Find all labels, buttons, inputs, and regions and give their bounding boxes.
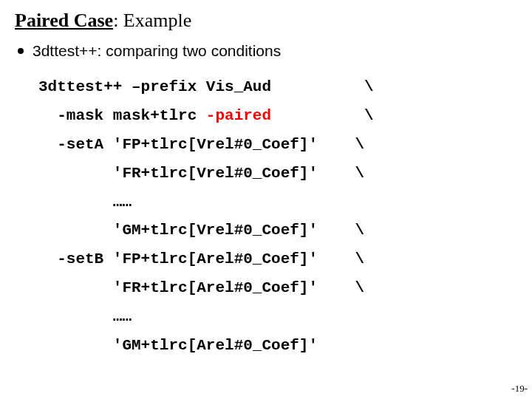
line-continuation: \ (355, 245, 364, 274)
page-number: -19- (511, 383, 528, 395)
code-block: 3dttest++ –prefix Vis_Aud \ -mask mask+t… (38, 73, 517, 360)
code-row: 'FR+tlrc[Arel#0_Coef]' \ (38, 274, 517, 303)
code-text: -setB 'FP+tlrc[Arel#0_Coef]' (38, 245, 355, 274)
line-continuation: \ (355, 160, 364, 188)
code-text: …… (38, 303, 132, 332)
title-underlined: Paired Case (15, 10, 113, 31)
code-row: -setB 'FP+tlrc[Arel#0_Coef]' \ (38, 245, 517, 274)
line-continuation: \ (355, 274, 364, 303)
code-text: …… (38, 188, 132, 217)
slide: Paired Case: Example 3dttest++: comparin… (0, 0, 532, 399)
code-row: 'GM+tlrc[Arel#0_Coef]' (38, 332, 517, 361)
code-text: -mask mask+tlrc (38, 102, 206, 131)
code-text: 'FR+tlrc[Arel#0_Coef]' (38, 274, 355, 303)
bullet-text: 3dttest++: comparing two conditions (33, 42, 281, 60)
code-text: 'FR+tlrc[Vrel#0_Coef]' (38, 160, 355, 188)
code-row: …… (38, 303, 517, 332)
line-continuation: \ (271, 102, 374, 131)
code-row: -mask mask+tlrc -paired \ (38, 102, 517, 131)
code-text: 'GM+tlrc[Arel#0_Coef]' (38, 332, 318, 361)
code-row: -setA 'FP+tlrc[Vrel#0_Coef]' \ (38, 131, 517, 160)
code-text: 'GM+tlrc[Vrel#0_Coef]' (38, 216, 355, 245)
line-continuation: \ (355, 216, 364, 245)
code-row: 3dttest++ –prefix Vis_Aud \ (38, 73, 517, 102)
line-continuation: \ (355, 131, 364, 160)
title-rest: : Example (113, 10, 191, 31)
code-paired-flag: -paired (206, 102, 271, 131)
line-continuation: \ (364, 73, 374, 102)
code-text: -setA 'FP+tlrc[Vrel#0_Coef]' (38, 131, 355, 160)
code-row: 'GM+tlrc[Vrel#0_Coef]' \ (38, 216, 517, 245)
code-row: 'FR+tlrc[Vrel#0_Coef]' \ (38, 160, 517, 188)
slide-title: Paired Case: Example (15, 9, 517, 32)
bullet-icon (18, 48, 24, 54)
bullet-line: 3dttest++: comparing two conditions (18, 42, 517, 60)
code-row: …… (38, 188, 517, 217)
code-text: 3dttest++ –prefix Vis_Aud (38, 73, 364, 102)
